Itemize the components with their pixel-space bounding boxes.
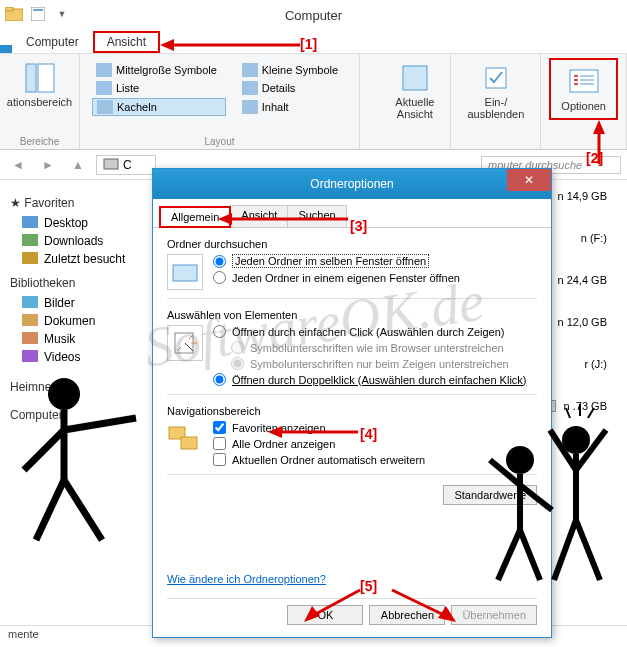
back-button[interactable]: ◄ xyxy=(6,153,30,177)
svg-rect-22 xyxy=(22,350,38,362)
click-behavior-icon xyxy=(167,325,203,361)
annotation-5: [5] xyxy=(360,578,377,594)
svg-rect-19 xyxy=(22,296,38,308)
svg-rect-8 xyxy=(96,81,112,95)
svg-rect-10 xyxy=(97,100,113,114)
sidebar-item-documents[interactable]: Dokumen xyxy=(6,312,134,330)
svg-rect-17 xyxy=(22,234,38,246)
check-auto-expand[interactable]: Aktuellen Ordner automatisch erweitern xyxy=(213,453,425,466)
svg-rect-16 xyxy=(22,216,38,228)
arrow-to-ansicht xyxy=(160,36,300,54)
svg-marker-38 xyxy=(438,606,456,622)
layout-content[interactable]: Inhalt xyxy=(238,98,347,116)
svg-line-55 xyxy=(554,520,576,580)
dialog-title-bar: Ordneroptionen ✕ xyxy=(153,169,551,199)
svg-marker-30 xyxy=(593,120,605,134)
svg-rect-4 xyxy=(26,64,36,92)
svg-rect-23 xyxy=(173,265,197,281)
options-icon xyxy=(568,66,600,98)
ribbon: ationsbereich Bereiche Mittelgroße Symbo… xyxy=(0,54,627,150)
sidebar-item-recent[interactable]: Zuletzt besucht xyxy=(6,250,134,268)
navigation-pane-button[interactable]: ationsbereich xyxy=(8,58,71,112)
ribbon-group-layout: Mittelgroße Symbole Kleine Symbole Liste… xyxy=(80,54,360,149)
svg-rect-26 xyxy=(181,437,197,449)
ribbon-group-options: Optionen xyxy=(541,54,627,149)
svg-rect-7 xyxy=(242,63,258,77)
layout-list[interactable]: Liste xyxy=(92,80,226,96)
svg-rect-9 xyxy=(242,81,258,95)
options-button[interactable]: Optionen xyxy=(553,62,614,116)
sidebar-item-music[interactable]: Musik xyxy=(6,330,134,348)
svg-rect-12 xyxy=(403,66,427,90)
sidebar-item-videos[interactable]: Videos xyxy=(6,348,134,366)
radio-underline-browser: Symbolunterschriften wie im Browser unte… xyxy=(213,341,527,354)
svg-rect-3 xyxy=(33,9,43,11)
radio-double-click[interactable]: Öffnen durch Doppelklick (Auswählen durc… xyxy=(213,373,527,386)
sidebar-item-downloads[interactable]: Downloads xyxy=(6,232,134,250)
svg-rect-6 xyxy=(96,63,112,77)
arrow-to-cancel xyxy=(386,586,466,626)
navpane-icon xyxy=(24,62,56,94)
svg-marker-28 xyxy=(160,39,174,51)
svg-line-56 xyxy=(576,520,600,580)
computer-tab[interactable]: Computer xyxy=(12,31,93,53)
dialog-close-button[interactable]: ✕ xyxy=(507,169,551,191)
file-tab[interactable] xyxy=(0,45,12,53)
svg-rect-15 xyxy=(104,159,118,169)
svg-line-41 xyxy=(64,418,136,430)
dialog-title: Ordneroptionen xyxy=(310,177,393,191)
sidebar-group-favorites[interactable]: ★ Favoriten xyxy=(10,196,134,210)
help-link[interactable]: Wie ändere ich Ordneroptionen? xyxy=(167,573,326,585)
svg-point-45 xyxy=(506,446,534,474)
svg-rect-5 xyxy=(38,64,54,92)
radio-own-window[interactable]: Jeden Ordner in einem eigenen Fenster öf… xyxy=(213,271,460,284)
forward-button[interactable]: ► xyxy=(36,153,60,177)
properties-icon[interactable] xyxy=(28,4,48,24)
svg-marker-34 xyxy=(268,426,282,438)
svg-line-59 xyxy=(588,408,594,418)
svg-line-49 xyxy=(498,530,520,580)
ansicht-tab[interactable]: Ansicht xyxy=(93,31,160,53)
sidebar-group-libraries[interactable]: Bibliotheken xyxy=(10,276,134,290)
layout-tiles[interactable]: Kacheln xyxy=(92,98,226,116)
svg-rect-18 xyxy=(22,252,38,264)
radio-underline-hover: Symbolunterschriften nur beim Zeigen unt… xyxy=(213,357,527,370)
svg-marker-36 xyxy=(304,606,320,622)
sort-icon xyxy=(399,62,431,94)
svg-rect-20 xyxy=(22,314,38,326)
ribbon-group-panes: ationsbereich Bereiche xyxy=(0,54,80,149)
svg-line-44 xyxy=(64,480,102,540)
ribbon-group-showhide: Ein-/ ausblenden xyxy=(451,54,541,149)
breadcrumb[interactable]: C xyxy=(96,155,156,175)
current-view-button[interactable]: Aktuelle Ansicht xyxy=(387,58,442,124)
section-click-label: Auswählen von Elementen xyxy=(167,309,537,321)
stick-figures-right xyxy=(480,400,620,600)
qat-dropdown-icon[interactable]: ▼ xyxy=(52,4,72,24)
svg-line-35 xyxy=(312,590,360,616)
radio-same-window[interactable]: Jeden Ordner im selben Fenster öffnen xyxy=(213,254,460,268)
annotation-3: [3] xyxy=(350,218,367,234)
layout-medium-icons[interactable]: Mittelgroße Symbole xyxy=(92,62,226,78)
arrow-to-allgemein xyxy=(218,210,348,228)
navpane-folders-icon xyxy=(167,421,203,457)
layout-details[interactable]: Details xyxy=(238,80,347,96)
svg-rect-11 xyxy=(242,100,258,114)
annotation-1: [1] xyxy=(300,36,317,52)
quick-access-toolbar: ▼ xyxy=(4,4,72,24)
sidebar-item-pictures[interactable]: Bilder xyxy=(6,294,134,312)
svg-line-37 xyxy=(392,590,446,616)
sidebar-item-desktop[interactable]: Desktop xyxy=(6,214,134,232)
title-bar: ▼ Computer xyxy=(0,0,627,30)
annotation-4: [4] xyxy=(360,426,377,442)
group-label-layout: Layout xyxy=(88,136,351,147)
svg-line-50 xyxy=(520,530,540,580)
section-browse-label: Ordner durchsuchen xyxy=(167,238,537,250)
layout-small-icons[interactable]: Kleine Symbole xyxy=(238,62,347,78)
folder-icon xyxy=(4,4,24,24)
radio-single-click[interactable]: Öffnen durch einfachen Click (Auswählen … xyxy=(213,325,527,338)
show-hide-button[interactable]: Ein-/ ausblenden xyxy=(459,58,532,124)
arrow-to-navpane xyxy=(268,420,358,444)
svg-line-42 xyxy=(24,430,64,470)
svg-rect-1 xyxy=(5,7,13,11)
up-button[interactable]: ▲ xyxy=(66,153,90,177)
